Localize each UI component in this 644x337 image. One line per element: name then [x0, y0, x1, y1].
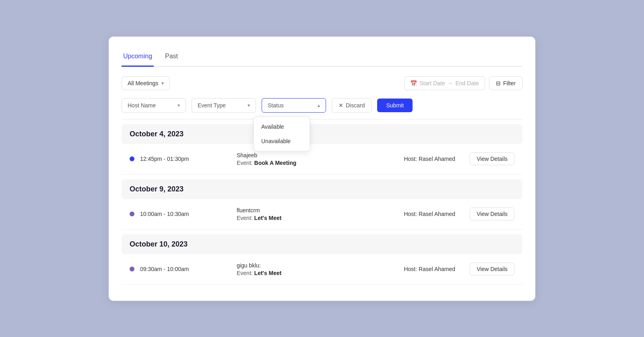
meeting-person: fluentcrm [237, 207, 389, 214]
date-header: October 9, 2023 [122, 179, 522, 199]
status-arrow: ▴ [318, 103, 320, 108]
calendar-icon: 📅 [410, 80, 417, 86]
tab-upcoming[interactable]: Upcoming [122, 49, 154, 67]
filter-button[interactable]: ⊟ Filter [489, 76, 522, 90]
meeting-event-name: Book A Meeting [254, 160, 297, 166]
event-type-select[interactable]: Event Type ▾ [192, 98, 256, 113]
host-name-label: Host Name [128, 102, 156, 109]
meeting-event: Event: Let's Meet [237, 270, 389, 276]
host-name-arrow: ▾ [178, 103, 180, 108]
filter-button-label: Filter [503, 80, 516, 86]
meeting-person: Shajeeb [237, 152, 389, 158]
meetings-dropdown-arrow: ▾ [161, 80, 164, 86]
meeting-info: fluentcrm Event: Let's Meet [204, 207, 389, 221]
meeting-dot [130, 267, 134, 271]
meeting-dot [130, 156, 134, 161]
filter-bar: All Meetings ▾ 📅 Start Date → End Date ⊟… [122, 76, 522, 90]
status-dropdown-popup: Available Unavailable [254, 117, 310, 151]
start-date-placeholder: Start Date [419, 80, 445, 86]
meeting-info: gigu bklu: Event: Let's Meet [204, 262, 389, 276]
view-details-button[interactable]: View Details [470, 152, 514, 165]
dropdown-row: Host Name ▾ Event Type ▾ Status ▴ ✕ Disc… [122, 98, 522, 113]
status-select[interactable]: Status ▴ [262, 98, 326, 113]
meetings-dropdown-label: All Meetings [128, 80, 158, 86]
meeting-row: 10:00am - 10:30am fluentcrm Event: Let's… [122, 199, 522, 230]
meeting-event-name: Let's Meet [254, 215, 282, 221]
event-type-label: Event Type [198, 102, 226, 109]
date-header: October 10, 2023 [122, 234, 522, 254]
meeting-dot [130, 212, 134, 216]
tab-past[interactable]: Past [163, 49, 180, 67]
tabs-container: Upcoming Past [122, 49, 522, 67]
date-range-input[interactable]: 📅 Start Date → End Date [404, 76, 485, 90]
main-card: Upcoming Past All Meetings ▾ 📅 Start Dat… [109, 37, 535, 301]
meeting-row: 09:30am - 10:00am gigu bklu: Event: Let'… [122, 254, 522, 285]
meetings-container: October 4, 2023 12:45pm - 01:30pm Shajee… [122, 124, 522, 285]
host-name-select[interactable]: Host Name ▾ [122, 98, 186, 113]
meetings-dropdown[interactable]: All Meetings ▾ [122, 76, 170, 90]
event-type-arrow: ▾ [248, 103, 250, 108]
date-header: October 4, 2023 [122, 124, 522, 144]
meeting-host: Host: Rasel Ahamed [389, 211, 470, 217]
status-option-unavailable[interactable]: Unavailable [254, 134, 310, 148]
date-separator: → [448, 80, 453, 86]
meeting-row: 12:45pm - 01:30pm Shajeeb Event: Book A … [122, 144, 522, 175]
view-details-button[interactable]: View Details [470, 263, 514, 275]
meeting-time: 10:00am - 10:30am [140, 211, 204, 217]
view-details-button[interactable]: View Details [470, 208, 514, 220]
meeting-host: Host: Rasel Ahamed [389, 156, 470, 162]
filter-icon: ⊟ [496, 80, 501, 86]
meeting-event: Event: Let's Meet [237, 215, 389, 221]
date-filter: 📅 Start Date → End Date ⊟ Filter [404, 76, 522, 90]
meeting-info: Shajeeb Event: Book A Meeting [204, 152, 389, 166]
discard-icon: ✕ [339, 102, 343, 109]
submit-button[interactable]: Submit [377, 99, 413, 112]
meeting-host: Host: Rasel Ahamed [389, 266, 470, 272]
end-date-placeholder: End Date [456, 80, 479, 86]
section-divider [122, 119, 522, 119]
status-option-available[interactable]: Available [254, 119, 310, 134]
status-label: Status [268, 102, 284, 109]
meeting-person: gigu bklu: [237, 262, 389, 269]
meeting-event: Event: Book A Meeting [237, 160, 389, 166]
discard-label: Discard [346, 102, 365, 109]
meeting-time: 12:45pm - 01:30pm [140, 156, 204, 162]
meeting-time: 09:30am - 10:00am [140, 266, 204, 272]
discard-button[interactable]: ✕ Discard [332, 98, 372, 113]
meeting-event-name: Let's Meet [254, 270, 282, 276]
